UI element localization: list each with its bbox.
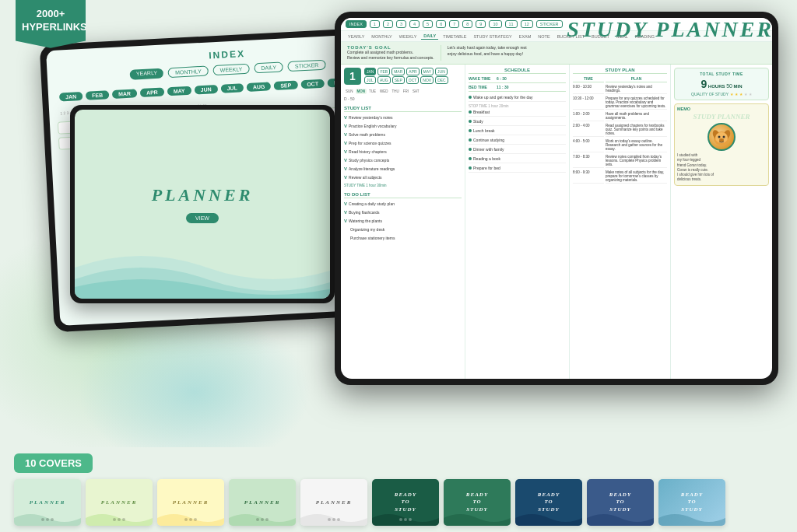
day-fri[interactable]: FRI xyxy=(402,89,410,94)
sticker-nav[interactable]: STICKER xyxy=(288,60,326,72)
day-tue[interactable]: TUE xyxy=(367,89,377,94)
tab-monthly[interactable]: MONTHLY xyxy=(369,33,394,40)
counter-value: D - 50 xyxy=(344,96,355,101)
month-jan[interactable]: JAN xyxy=(59,92,83,102)
left-panel: 1 JAN FEB MAR APR MAY JUN JUL xyxy=(341,65,465,379)
month-feb-tab[interactable]: FEB xyxy=(377,68,390,75)
cover-6[interactable]: READYTOSTUDY xyxy=(372,479,439,526)
tab-note[interactable]: NOTE xyxy=(535,33,552,40)
time-cell-5: 4:00 - 5:00 xyxy=(573,138,604,152)
day-thu[interactable]: THU xyxy=(391,89,401,94)
month-aug[interactable]: AUG xyxy=(247,82,272,92)
nav-8[interactable]: 8 xyxy=(462,20,472,28)
cover-label-8: READYTOSTUDY xyxy=(538,492,560,513)
schedule-dot-3 xyxy=(469,120,472,123)
nav-2[interactable]: 2 xyxy=(383,20,393,28)
nav-12[interactable]: 12 xyxy=(521,20,533,28)
month-jun-tab[interactable]: JUN xyxy=(435,68,448,75)
tab-yearly[interactable]: YEARLY xyxy=(346,33,367,40)
time-cell-4: 2:00 - 4:00 xyxy=(573,123,604,137)
day-wed[interactable]: WED xyxy=(378,89,390,94)
schedule-row-5: Continue studying xyxy=(469,138,566,145)
nav-1[interactable]: 1 xyxy=(370,20,380,28)
month-jul-tab[interactable]: JUL xyxy=(364,76,376,84)
total-hours: 9 xyxy=(701,78,707,90)
tablet-daily-planner: INDEX 1 2 3 4 5 6 7 8 9 10 11 12 STICKER… xyxy=(335,12,778,385)
weekly-nav[interactable]: WEEKLY xyxy=(212,64,249,75)
time-col-header: TIME xyxy=(573,76,604,82)
schedule-task-2: Breakfast xyxy=(473,110,566,114)
nav-5[interactable]: 5 xyxy=(423,20,433,28)
monthly-nav[interactable]: MONTHLY xyxy=(168,66,209,79)
study-plan-cols: TIME PLAN 9:00 - 10:30 Review yesterday'… xyxy=(573,76,667,184)
cover-9[interactable]: READYTOSTUDY xyxy=(587,479,654,526)
show-time-1: STOP TIME 1 hour 20min xyxy=(469,104,566,108)
date-badge: 1 xyxy=(344,68,361,85)
study-item-8: V Review all subjects xyxy=(344,174,462,180)
memo-box: MEMO STUDY PLANNER xyxy=(674,103,769,186)
tab-daily[interactable]: DAILY xyxy=(421,33,438,40)
cover-4[interactable]: PLANNER xyxy=(229,479,296,526)
nav-11[interactable]: 11 xyxy=(505,20,518,28)
yearly-nav[interactable]: YEARLY xyxy=(130,68,164,80)
day-sat[interactable]: SAT xyxy=(411,89,420,94)
month-jul[interactable]: JUL xyxy=(220,83,244,93)
month-dec-tab[interactable]: DEC xyxy=(435,76,448,84)
cover-5[interactable]: PLANNER xyxy=(300,479,367,526)
planner-cover-title: PLANNER xyxy=(152,185,254,205)
cover-10[interactable]: READYTOSTUDY xyxy=(658,479,725,526)
total-min: 50 xyxy=(726,83,732,89)
cover-3[interactable]: PLANNER xyxy=(157,479,224,526)
study-item-5: V Read history chapters xyxy=(344,149,462,155)
dot-1c xyxy=(51,518,54,521)
cover-7[interactable]: READYTOSTUDY xyxy=(444,479,511,526)
daily-nav[interactable]: DAILY xyxy=(254,61,283,73)
month-may[interactable]: MAY xyxy=(167,86,191,96)
nav-10[interactable]: 10 xyxy=(489,20,501,28)
planner-cover-button[interactable]: VIEW xyxy=(186,213,219,223)
cover-2[interactable]: PLANNER xyxy=(86,479,153,526)
month-aug-tab[interactable]: AUG xyxy=(377,76,391,84)
wake-time: 6 : 30 xyxy=(497,76,566,81)
nav-index[interactable]: INDEX xyxy=(346,20,367,28)
month-mar-tab[interactable]: MAR xyxy=(391,68,405,75)
cover-8[interactable]: READYTOSTUDY xyxy=(515,479,582,526)
dot-2c xyxy=(122,518,125,521)
month-jan-tab[interactable]: JAN xyxy=(364,68,376,75)
goal-text: Complete all assigned math problems.Revi… xyxy=(347,50,434,61)
goal-divider xyxy=(441,45,441,61)
tab-exam[interactable]: EXAM xyxy=(517,33,534,40)
month-jun[interactable]: JUN xyxy=(194,85,218,95)
nav-9[interactable]: 9 xyxy=(476,20,486,28)
month-apr[interactable]: APR xyxy=(140,88,164,98)
month-may-tab[interactable]: MAY xyxy=(421,68,434,75)
nav-sticker[interactable]: STICKER xyxy=(536,20,563,28)
tab-strategy[interactable]: STUDY STRATEGY xyxy=(471,33,514,40)
nav-6[interactable]: 6 xyxy=(436,20,446,28)
cover-label-4: PLANNER xyxy=(244,499,281,506)
month-sep[interactable]: SEP xyxy=(274,81,298,91)
month-feb[interactable]: FEB xyxy=(86,90,110,100)
schedule-row-7: Reading a book xyxy=(469,156,566,163)
cover-footer-2 xyxy=(86,518,153,521)
month-mar[interactable]: MAR xyxy=(112,89,137,99)
schedule-header: SCHEDULE xyxy=(469,68,566,74)
day-mon[interactable]: MON xyxy=(356,89,367,94)
schedule-row-4: Lunch break xyxy=(469,128,566,135)
star-1: ★ xyxy=(730,92,733,96)
month-apr-tab[interactable]: APR xyxy=(406,68,419,75)
nav-4[interactable]: 4 xyxy=(409,20,420,28)
day-sun[interactable]: SUN xyxy=(344,89,355,94)
nav-7[interactable]: 7 xyxy=(449,20,459,28)
cover-1[interactable]: PLANNER xyxy=(14,479,81,526)
month-nov-tab[interactable]: NOV xyxy=(420,76,434,84)
month-sep-tab[interactable]: SEP xyxy=(392,76,405,84)
tablets-area: INDEX YEARLY MONTHLY WEEKLY DAILY STICKE… xyxy=(47,12,778,424)
month-oct-tab[interactable]: OCT xyxy=(406,76,420,84)
star-3: ★ xyxy=(739,92,743,96)
month-oct[interactable]: OCT xyxy=(300,79,325,89)
tab-timetable[interactable]: TIMETABLE xyxy=(441,33,469,40)
tab-weekly[interactable]: WEEKLY xyxy=(397,33,420,40)
dot-4c xyxy=(265,518,269,521)
nav-3[interactable]: 3 xyxy=(396,20,406,28)
